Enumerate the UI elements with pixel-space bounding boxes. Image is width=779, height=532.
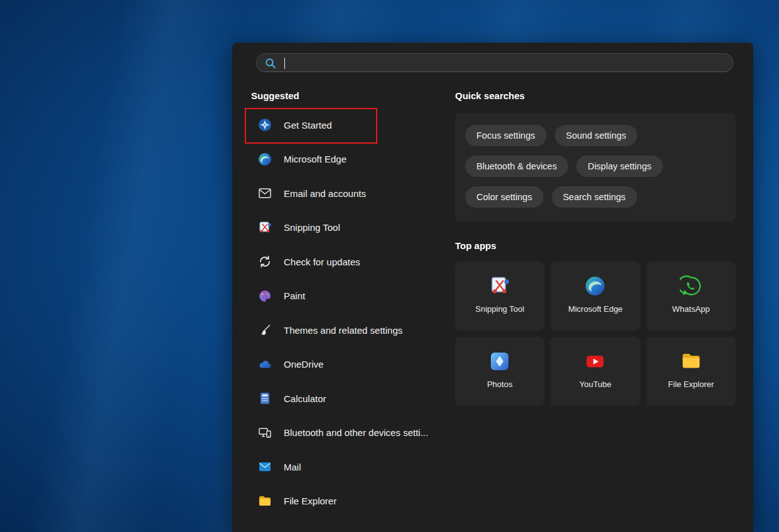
suggested-item-label: Mail (284, 462, 301, 472)
suggested-item-label: Paint (284, 290, 305, 301)
suggested-item-email-and-accounts[interactable]: Email and accounts (245, 176, 446, 211)
suggested-item-get-started[interactable]: Get Started (245, 108, 446, 142)
quick-searches-header: Quick searches (455, 90, 525, 101)
quick-search-sound-settings[interactable]: Sound settings (555, 125, 638, 146)
email-icon (257, 186, 272, 201)
top-app-snipping-tool[interactable]: Snipping Tool (455, 262, 544, 331)
suggested-item-bluetooth-devices[interactable]: Bluetooth and other devices setti... (245, 416, 446, 450)
search-input[interactable] (289, 54, 723, 72)
top-app-whatsapp[interactable]: WhatsApp (647, 262, 736, 331)
suggested-item-paint[interactable]: Paint (245, 279, 446, 314)
file-explorer-icon (680, 350, 702, 373)
youtube-icon (584, 350, 606, 373)
top-app-label: YouTube (579, 380, 611, 389)
snipping-tool-icon (257, 220, 272, 235)
top-app-microsoft-edge[interactable]: Microsoft Edge (551, 262, 640, 331)
suggested-item-themes[interactable]: Themes and related settings (245, 313, 446, 348)
suggested-item-calculator[interactable]: Calculator (245, 381, 446, 416)
search-bar[interactable] (256, 53, 733, 72)
top-app-photos[interactable]: Photos (455, 337, 544, 406)
suggested-item-microsoft-edge[interactable]: Microsoft Edge (245, 142, 446, 177)
quick-search-display-settings[interactable]: Display settings (576, 156, 663, 177)
top-app-file-explorer[interactable]: File Explorer (647, 337, 736, 406)
file-explorer-icon (257, 494, 272, 509)
mail-icon (257, 459, 272, 474)
updates-icon (257, 254, 272, 269)
search-flyout-panel: Suggested Quick searches Top apps Get St… (232, 43, 753, 532)
top-app-label: Microsoft Edge (568, 304, 623, 314)
suggested-item-label: File Explorer (284, 496, 336, 506)
top-app-label: Photos (487, 380, 512, 389)
themes-icon (257, 322, 272, 338)
photos-icon (488, 350, 511, 373)
whatsapp-icon (680, 275, 702, 297)
desktop-wallpaper: { "search": { "placeholder": "" }, "sugg… (0, 0, 779, 532)
top-app-youtube[interactable]: YouTube (551, 337, 640, 406)
edge-icon (257, 152, 272, 167)
top-app-label: WhatsApp (672, 304, 710, 314)
quick-searches-card: Focus settings Sound settings Bluetooth … (455, 113, 736, 221)
suggested-item-label: Snipping Tool (284, 222, 340, 233)
top-app-label: Snipping Tool (475, 304, 524, 314)
quick-search-color-settings[interactable]: Color settings (465, 186, 544, 208)
quick-search-search-settings[interactable]: Search settings (552, 186, 637, 208)
suggested-item-label: Get Started (284, 120, 332, 130)
suggested-item-snipping-tool[interactable]: Snipping Tool (245, 211, 446, 245)
suggested-item-label: Email and accounts (284, 188, 366, 199)
onedrive-icon (257, 357, 272, 372)
top-apps-grid: Snipping Tool Microsoft Edge (455, 262, 736, 406)
edge-icon (584, 275, 606, 297)
snipping-tool-icon (488, 275, 511, 297)
suggested-item-mail[interactable]: Mail (245, 450, 446, 484)
suggested-item-label: Microsoft Edge (284, 154, 347, 164)
calculator-icon (257, 391, 272, 406)
get-started-icon (257, 117, 272, 132)
suggested-item-file-explorer[interactable]: File Explorer (245, 484, 446, 519)
suggested-item-label: Bluetooth and other devices setti... (284, 427, 428, 438)
bluetooth-devices-icon (257, 425, 272, 440)
top-apps-header: Top apps (455, 240, 497, 251)
top-app-label: File Explorer (668, 380, 714, 389)
suggested-item-onedrive[interactable]: OneDrive (245, 348, 446, 382)
quick-search-focus-settings[interactable]: Focus settings (465, 125, 547, 146)
quick-search-bluetooth-devices[interactable]: Bluetooth & devices (465, 156, 568, 177)
suggested-item-check-for-updates[interactable]: Check for updates (245, 245, 446, 279)
text-caret (284, 58, 285, 69)
suggested-item-label: Themes and related settings (284, 325, 402, 336)
paint-icon (257, 289, 272, 304)
suggested-item-label: Calculator (284, 393, 326, 404)
suggested-list: Get Started Microsoft Edge (245, 108, 446, 518)
suggested-header: Suggested (251, 90, 299, 101)
suggested-item-label: OneDrive (284, 359, 323, 370)
search-icon (264, 57, 277, 70)
suggested-item-label: Check for updates (284, 257, 360, 267)
